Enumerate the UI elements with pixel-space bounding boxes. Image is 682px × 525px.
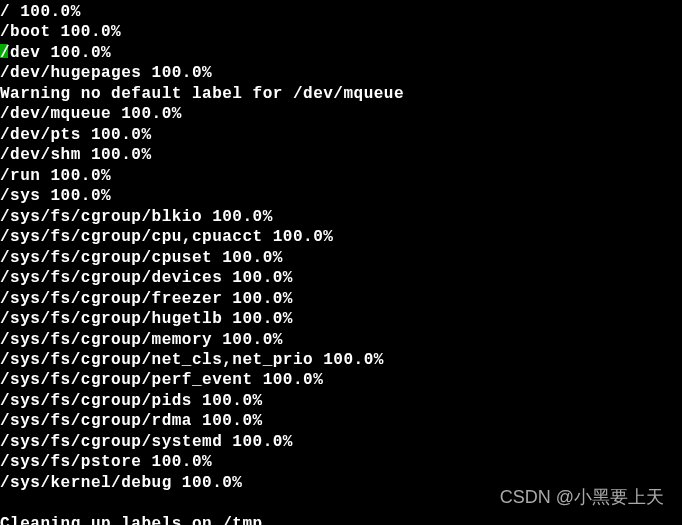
terminal-line-text: Cleaning up labels on /tmp xyxy=(0,515,263,525)
terminal-line: /sys/fs/cgroup/cpu,cpuacct 100.0% xyxy=(0,227,682,247)
terminal-line: /dev/mqueue 100.0% xyxy=(0,104,682,124)
terminal-line-text: /dev/mqueue 100.0% xyxy=(0,105,182,123)
terminal-line: /sys/fs/cgroup/freezer 100.0% xyxy=(0,289,682,309)
terminal-output: / 100.0%/boot 100.0%/dev 100.0%/dev/huge… xyxy=(0,2,682,525)
terminal-line: /boot 100.0% xyxy=(0,22,682,42)
terminal-line: /dev/pts 100.0% xyxy=(0,125,682,145)
terminal-line: /sys/fs/cgroup/pids 100.0% xyxy=(0,391,682,411)
watermark-text: CSDN @小黑要上天 xyxy=(500,486,664,509)
terminal-line-text: /sys/fs/cgroup/freezer 100.0% xyxy=(0,290,293,308)
terminal-line: /sys/fs/cgroup/hugetlb 100.0% xyxy=(0,309,682,329)
terminal-line: /sys/fs/cgroup/perf_event 100.0% xyxy=(0,370,682,390)
terminal-line: /sys/fs/cgroup/rdma 100.0% xyxy=(0,411,682,431)
terminal-line-text: /sys/fs/cgroup/memory 100.0% xyxy=(0,331,283,349)
terminal-line: /dev/shm 100.0% xyxy=(0,145,682,165)
terminal-line-text: /sys/fs/cgroup/systemd 100.0% xyxy=(0,433,293,451)
terminal-line-text: /run 100.0% xyxy=(0,167,111,185)
terminal-line: /sys/fs/cgroup/memory 100.0% xyxy=(0,330,682,350)
terminal-line-text: /sys/fs/cgroup/devices 100.0% xyxy=(0,269,293,287)
terminal-line-text: /sys/fs/cgroup/perf_event 100.0% xyxy=(0,371,323,389)
terminal-line: /dev/hugepages 100.0% xyxy=(0,63,682,83)
terminal-line-text: /sys 100.0% xyxy=(0,187,111,205)
terminal-line-text xyxy=(0,494,10,512)
terminal-line-text: /sys/kernel/debug 100.0% xyxy=(0,474,242,492)
terminal-line-text: /dev/shm 100.0% xyxy=(0,146,152,164)
terminal-line: /sys/fs/cgroup/cpuset 100.0% xyxy=(0,248,682,268)
terminal-line: /sys/fs/cgroup/systemd 100.0% xyxy=(0,432,682,452)
terminal-line: /sys/fs/cgroup/net_cls,net_prio 100.0% xyxy=(0,350,682,370)
terminal-line-text: /dev/pts 100.0% xyxy=(0,126,152,144)
terminal-line: Warning no default label for /dev/mqueue xyxy=(0,84,682,104)
terminal-line-text: /sys/fs/cgroup/cpu,cpuacct 100.0% xyxy=(0,228,333,246)
terminal-line: /run 100.0% xyxy=(0,166,682,186)
terminal-line-text: /sys/fs/cgroup/cpuset 100.0% xyxy=(0,249,283,267)
terminal-line-text: /dev/hugepages 100.0% xyxy=(0,64,212,82)
terminal-line: / 100.0% xyxy=(0,2,682,22)
terminal-line-text: /sys/fs/cgroup/net_cls,net_prio 100.0% xyxy=(0,351,384,369)
terminal-line-text: /sys/fs/cgroup/hugetlb 100.0% xyxy=(0,310,293,328)
terminal-line-text: /sys/fs/cgroup/blkio 100.0% xyxy=(0,208,273,226)
terminal-line-text: /sys/fs/cgroup/pids 100.0% xyxy=(0,392,263,410)
terminal-line: /sys/fs/cgroup/devices 100.0% xyxy=(0,268,682,288)
terminal-line-text: / 100.0% xyxy=(0,3,81,21)
terminal-line-text: /dev 100.0% xyxy=(0,44,111,62)
terminal-line-text: Warning no default label for /dev/mqueue xyxy=(0,85,404,103)
terminal-line: /sys 100.0% xyxy=(0,186,682,206)
terminal-line-text: /boot 100.0% xyxy=(0,23,121,41)
terminal-line: /sys/fs/pstore 100.0% xyxy=(0,452,682,472)
terminal-line-text: /sys/fs/cgroup/rdma 100.0% xyxy=(0,412,263,430)
terminal-line-text: /sys/fs/pstore 100.0% xyxy=(0,453,212,471)
terminal-line: Cleaning up labels on /tmp xyxy=(0,514,682,525)
terminal-line: /dev 100.0% xyxy=(0,43,682,63)
terminal-line: /sys/fs/cgroup/blkio 100.0% xyxy=(0,207,682,227)
